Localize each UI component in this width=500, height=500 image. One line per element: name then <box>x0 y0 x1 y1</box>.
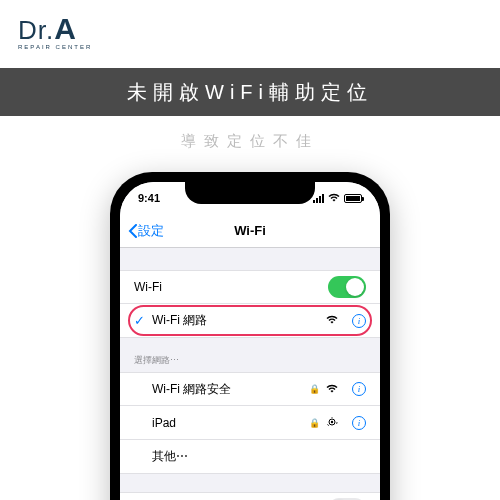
nav-bar: 設定 Wi-Fi <box>120 214 380 248</box>
wifi-status-icon <box>328 193 340 204</box>
headline-banner: 未開啟WiFi輔助定位 <box>0 68 500 116</box>
info-icon[interactable]: i <box>352 382 366 396</box>
checkmark-icon: ✓ <box>134 313 146 328</box>
connected-label: Wi-Fi 網路 <box>152 312 326 329</box>
other-network-row[interactable]: ✓ 其他⋯ <box>120 440 380 474</box>
back-button[interactable]: 設定 <box>128 222 164 240</box>
network-row[interactable]: ✓ iPad 🔒 i <box>120 406 380 440</box>
ask-join-row: 詢問是否加入網路 <box>120 492 380 500</box>
lock-icon: 🔒 <box>309 418 320 428</box>
brand-logo: Dr.A <box>18 12 77 46</box>
info-icon[interactable]: i <box>352 314 366 328</box>
status-time: 9:41 <box>138 192 160 204</box>
notch <box>185 182 315 204</box>
svg-point-0 <box>331 420 333 422</box>
network-label: Wi-Fi 網路安全 <box>152 381 309 398</box>
back-label: 設定 <box>138 222 164 240</box>
wifi-signal-icon <box>326 384 338 395</box>
phone-frame: 9:41 設定 Wi-Fi Wi-Fi ✓ Wi-Fi 網路 i 選擇網路⋯ ✓… <box>110 172 390 500</box>
wifi-signal-icon <box>326 315 338 326</box>
info-icon[interactable]: i <box>352 416 366 430</box>
signal-icon <box>313 194 324 203</box>
wifi-toggle-row: Wi-Fi <box>120 270 380 304</box>
wifi-label: Wi-Fi <box>134 280 328 294</box>
wifi-toggle[interactable] <box>328 276 366 298</box>
other-label: 其他⋯ <box>152 448 366 465</box>
network-row[interactable]: ✓ Wi-Fi 網路安全 🔒 i <box>120 372 380 406</box>
lock-icon: 🔒 <box>309 384 320 394</box>
subtitle: 導致定位不佳 <box>0 132 500 151</box>
network-label: iPad <box>152 416 309 430</box>
connected-network-row[interactable]: ✓ Wi-Fi 網路 i <box>120 304 380 338</box>
section-header: 選擇網路⋯ <box>120 338 380 372</box>
brand-sub: REPAIR CENTER <box>18 44 92 50</box>
hotspot-icon <box>326 416 338 430</box>
battery-icon <box>344 194 362 203</box>
